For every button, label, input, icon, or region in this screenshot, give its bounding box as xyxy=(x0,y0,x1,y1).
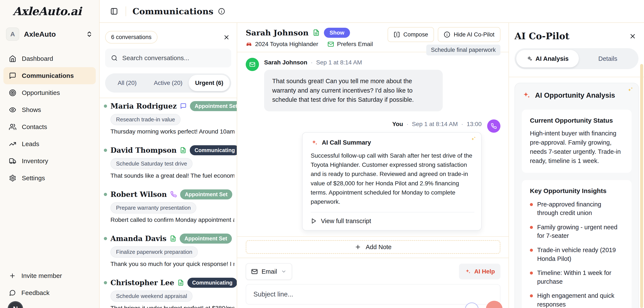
mail-icon xyxy=(251,268,258,275)
ai-help-label: AI Help xyxy=(474,268,495,275)
sidebar-item-dashboard[interactable]: Dashboard xyxy=(4,50,96,67)
show-badge[interactable]: Show xyxy=(324,28,350,38)
sidebar-item-communications[interactable]: Communications xyxy=(4,67,96,84)
sparkle-icon xyxy=(526,56,532,62)
close-copilot-button[interactable] xyxy=(628,31,638,41)
conversation-filter-tabs: All (20) Active (20) Urgent (6) xyxy=(105,73,231,93)
status-badge: Appointment Set xyxy=(180,189,232,199)
conversations-header: 6 conversations xyxy=(100,23,237,43)
page-title: Communications xyxy=(132,6,214,16)
main-area: Communications 6 conversations All (20) … xyxy=(100,0,644,308)
tab-ai-analysis-label: AI Analysis xyxy=(536,55,568,62)
task-pill: Prepare warranty presentation xyxy=(110,202,196,213)
tab-all[interactable]: All (20) xyxy=(106,75,148,91)
ai-help-button[interactable]: AI Help xyxy=(459,264,500,279)
info-icon[interactable] xyxy=(218,8,225,15)
document-icon xyxy=(170,235,176,242)
channel-select[interactable]: Email xyxy=(246,263,292,280)
insight-item: High engagement and quick responses xyxy=(530,291,624,308)
chat-bubble-icon xyxy=(180,103,186,109)
workspace-switcher[interactable]: A AxleAuto xyxy=(6,27,96,41)
insight-item: Family growing - urgent need for 7-seate… xyxy=(530,223,624,240)
contact-avatar xyxy=(246,58,259,71)
sidebar-item-label: Settings xyxy=(22,174,45,182)
compose-icon xyxy=(394,31,400,38)
compose-button[interactable]: Compose xyxy=(388,27,434,42)
sidebar-item-label: Inventory xyxy=(22,157,48,165)
tab-urgent[interactable]: Urgent (6) xyxy=(189,75,230,91)
target-icon xyxy=(9,89,16,96)
user-avatar[interactable]: N xyxy=(8,301,23,308)
status-badge: Communicating xyxy=(188,278,237,288)
tab-ai-analysis[interactable]: AI Analysis xyxy=(516,50,579,67)
gear-icon xyxy=(9,174,16,182)
topbar: Communications xyxy=(100,0,644,23)
insights-title: Key Opportunity Insights xyxy=(530,187,624,194)
conversation-item-amanda[interactable]: Amanda Davis Appointment Set Finalize pa… xyxy=(104,234,237,268)
conversation-item-maria[interactable]: Maria Rodriguez Appointment Set Research… xyxy=(104,101,237,135)
tab-active[interactable]: Active (20) xyxy=(148,75,189,91)
sidebar-item-contacts[interactable]: Contacts xyxy=(4,118,96,136)
sidebar: AxleAuto.ai A AxleAuto Dashboard Communi… xyxy=(0,0,100,308)
conversation-item-robert[interactable]: Robert Wilson Appointment Set Prepare wa… xyxy=(104,189,237,223)
insight-text: Family growing - urgent need for 7-seate… xyxy=(537,223,624,240)
sidebar-item-label: Communications xyxy=(22,72,74,79)
add-note-label: Add Note xyxy=(366,244,392,251)
status-dot xyxy=(104,237,107,240)
car-icon xyxy=(246,41,252,47)
message-preview: Thank you so much for your quick respons… xyxy=(110,261,234,268)
close-conversations-button[interactable] xyxy=(222,33,231,42)
search-input[interactable] xyxy=(122,54,225,62)
sidebar-item-opportunities[interactable]: Opportunities xyxy=(4,84,96,101)
subject-input[interactable] xyxy=(246,284,500,305)
conversation-item-christopher[interactable]: Christopher Lee Communicating Schedule w… xyxy=(104,278,237,308)
conversation-item-david[interactable]: David Thompson Communicating Schedule Sa… xyxy=(104,145,237,179)
meta-separator: · xyxy=(311,59,312,66)
message-time: Sep 1 at 8:14 AM xyxy=(412,121,458,128)
add-note-button[interactable]: Add Note xyxy=(246,240,500,254)
trending-up-icon xyxy=(9,140,16,148)
prefers-label: Prefers Email xyxy=(337,41,373,48)
sidebar-item-label: Opportunities xyxy=(22,89,60,96)
status-dot xyxy=(104,105,107,108)
info-icon xyxy=(444,31,450,38)
contact-name: Maria Rodriguez xyxy=(110,102,177,110)
opportunity-insights-card: Key Opportunity Insights Pre-approved fi… xyxy=(522,180,632,308)
tab-details[interactable]: Details xyxy=(579,50,637,67)
copilot-tabs: AI Analysis Details xyxy=(514,48,638,69)
message-thread: Sarah Johnson · Sep 1 at 8:14 AM That so… xyxy=(237,52,508,236)
sidebar-footer: Invite member Feedback N xyxy=(4,268,96,308)
invite-member-button[interactable]: Invite member xyxy=(4,268,96,284)
message-bubble: That sounds great! Can you tell me more … xyxy=(264,70,443,111)
truck-icon xyxy=(9,157,16,165)
add-note-section: Add Note xyxy=(237,236,508,258)
view-transcript-button[interactable]: View full transcript xyxy=(311,218,474,225)
scrollbar-thumb[interactable] xyxy=(640,64,643,308)
hide-copilot-button[interactable]: Hide AI Co-Pilot xyxy=(438,27,500,42)
sidebar-item-label: Dashboard xyxy=(22,55,53,62)
compose-label: Compose xyxy=(404,31,428,38)
insights-list: Pre-approved financing through credit un… xyxy=(530,200,624,308)
plus-icon xyxy=(9,272,16,279)
sidebar-item-shows[interactable]: Shows xyxy=(4,101,96,118)
message-sender: You xyxy=(392,121,403,128)
plus-icon xyxy=(355,244,361,250)
message-circle-icon xyxy=(9,290,16,296)
ai-sparkle-icon xyxy=(464,268,471,275)
insight-text: High engagement and quick responses xyxy=(537,291,624,308)
document-icon xyxy=(313,29,320,36)
channel-label: Email xyxy=(262,268,277,275)
ai-call-summary-card: AI Call Summary Successful follow-up cal… xyxy=(302,132,482,231)
feedback-button[interactable]: Feedback xyxy=(4,285,96,301)
status-title: Current Opportunity Status xyxy=(530,117,624,124)
sidebar-item-settings[interactable]: Settings xyxy=(4,169,96,187)
message-preview: Thursday morning works perfect! Around 1… xyxy=(110,128,234,135)
task-pill: Schedule weekend appraisal xyxy=(110,291,192,302)
content: 6 conversations All (20) Active (20) Urg… xyxy=(100,23,644,308)
meta-separator: · xyxy=(406,121,408,128)
panel-toggle-icon[interactable] xyxy=(109,6,119,16)
sidebar-item-inventory[interactable]: Inventory xyxy=(4,153,96,169)
tab-details-label: Details xyxy=(598,55,617,62)
sidebar-item-label: Shows xyxy=(22,106,41,114)
sidebar-item-leads[interactable]: Leads xyxy=(4,136,96,153)
